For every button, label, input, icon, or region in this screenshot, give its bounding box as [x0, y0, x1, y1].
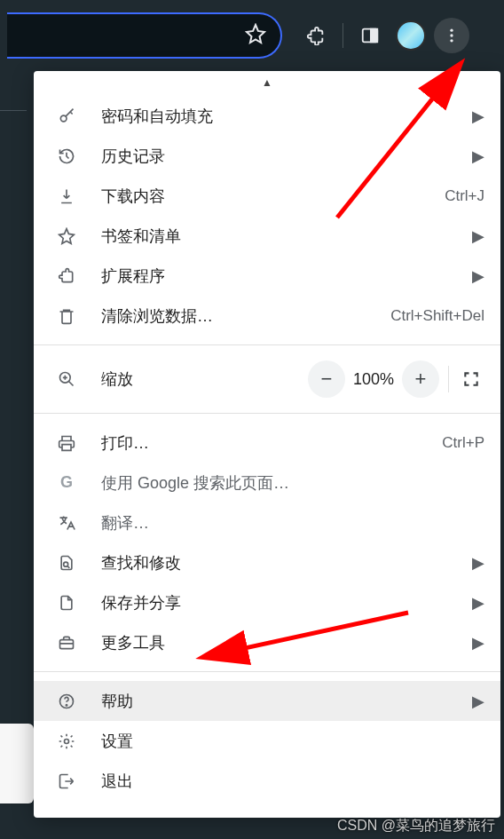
chevron-right-icon: ▶	[472, 692, 484, 711]
menu-label: 打印…	[101, 432, 442, 454]
address-bar-end[interactable]	[7, 12, 282, 59]
menu-settings[interactable]: 设置	[34, 721, 500, 761]
menu-label: 帮助	[101, 691, 463, 712]
shortcut-text: Ctrl+Shift+Del	[390, 307, 484, 325]
svg-rect-8	[60, 639, 74, 648]
chevron-right-icon: ▶	[472, 226, 484, 246]
menu-label: 书签和清单	[101, 226, 463, 247]
profile-avatar[interactable]	[393, 18, 429, 53]
print-icon	[55, 434, 78, 452]
chevron-right-icon: ▶	[472, 266, 484, 286]
menu-search-page[interactable]: G 使用 Google 搜索此页面…	[34, 463, 500, 503]
menu-clear-data[interactable]: 清除浏览数据… Ctrl+Shift+Del	[34, 296, 500, 336]
file-icon	[55, 594, 78, 612]
browser-toolbar	[0, 0, 504, 71]
exit-icon	[55, 772, 78, 790]
svg-point-4	[450, 39, 453, 42]
bookmark-star-icon[interactable]	[245, 23, 266, 48]
google-icon: G	[55, 473, 78, 492]
shortcut-text: Ctrl+J	[445, 187, 484, 205]
menu-label: 扩展程序	[101, 265, 463, 287]
menu-label: 使用 Google 搜索此页面…	[101, 472, 484, 494]
chevron-right-icon: ▶	[472, 107, 484, 126]
side-panel-icon[interactable]	[352, 18, 388, 53]
menu-divider	[34, 344, 500, 345]
menu-label: 下载内容	[101, 186, 445, 207]
menu-label: 更多工具	[101, 632, 463, 653]
star-icon	[55, 227, 78, 245]
menu-print[interactable]: 打印… Ctrl+P	[34, 423, 500, 463]
scroll-up-indicator: ▲	[34, 71, 500, 96]
menu-translate[interactable]: 翻译…	[34, 503, 500, 542]
menu-label: 设置	[101, 731, 484, 752]
chevron-right-icon: ▶	[472, 633, 484, 653]
toolbox-icon	[55, 634, 78, 652]
trash-icon	[55, 307, 78, 325]
watermark-text: CSDN @菜鸟的追梦旅行	[337, 817, 495, 835]
chevron-right-icon: ▶	[472, 146, 484, 166]
svg-point-11	[65, 739, 69, 743]
menu-extensions[interactable]: 扩展程序 ▶	[34, 256, 500, 296]
gear-icon	[55, 732, 78, 750]
zoom-value: 100%	[345, 370, 402, 389]
svg-point-7	[64, 562, 68, 566]
menu-label: 翻译…	[101, 512, 484, 534]
chevron-right-icon: ▶	[472, 593, 484, 613]
svg-rect-1	[371, 29, 377, 43]
shortcut-text: Ctrl+P	[442, 434, 484, 452]
find-icon	[55, 554, 78, 572]
toolbar-buttons	[298, 18, 469, 53]
puzzle-icon	[55, 267, 78, 285]
history-icon	[55, 147, 78, 165]
chevron-right-icon: ▶	[472, 553, 484, 573]
key-icon	[55, 107, 78, 125]
zoom-in-button[interactable]: +	[402, 360, 439, 398]
fullscreen-button[interactable]	[458, 370, 484, 388]
download-icon	[55, 187, 78, 205]
menu-label: 历史记录	[101, 146, 463, 167]
zoom-out-button[interactable]: −	[308, 360, 345, 398]
toolbar-separator	[343, 23, 343, 48]
translate-icon	[55, 514, 78, 532]
extensions-icon[interactable]	[298, 18, 334, 53]
zoom-label: 缩放	[101, 368, 308, 390]
zoom-icon	[55, 370, 78, 388]
svg-point-2	[450, 29, 453, 32]
menu-label: 清除浏览数据…	[101, 305, 390, 327]
menu-divider	[34, 671, 500, 672]
menu-label: 密码和自动填充	[101, 106, 463, 127]
menu-zoom: 缩放 − 100% +	[34, 354, 500, 404]
side-tab	[0, 724, 34, 803]
menu-bookmarks[interactable]: 书签和清单 ▶	[34, 216, 500, 256]
menu-help[interactable]: 帮助 ▶	[34, 681, 500, 721]
chrome-menu: ▲ 密码和自动填充 ▶ 历史记录 ▶ 下载内容 Ctrl+J 书签和清单 ▶ 扩…	[34, 71, 500, 818]
menu-downloads[interactable]: 下载内容 Ctrl+J	[34, 176, 500, 216]
help-icon	[55, 693, 78, 710]
menu-find[interactable]: 查找和修改 ▶	[34, 542, 500, 582]
zoom-separator	[448, 366, 449, 392]
menu-exit[interactable]: 退出	[34, 761, 500, 801]
more-menu-button[interactable]	[434, 18, 469, 53]
menu-more-tools[interactable]: 更多工具 ▶	[34, 622, 500, 662]
menu-passwords[interactable]: 密码和自动填充 ▶	[34, 96, 500, 136]
menu-history[interactable]: 历史记录 ▶	[34, 136, 500, 176]
menu-save-share[interactable]: 保存并分享 ▶	[34, 582, 500, 622]
menu-label: 退出	[101, 771, 484, 792]
svg-point-10	[66, 704, 67, 705]
svg-point-3	[450, 34, 453, 36]
menu-label: 保存并分享	[101, 592, 463, 613]
menu-divider	[34, 413, 500, 414]
menu-label: 查找和修改	[101, 552, 463, 574]
